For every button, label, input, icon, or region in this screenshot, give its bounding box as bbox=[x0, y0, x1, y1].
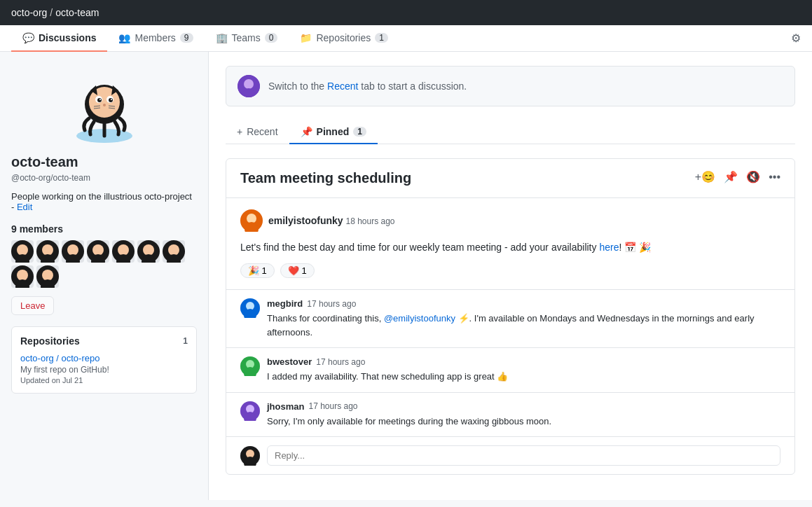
pinned-tab-label: Pinned bbox=[317, 126, 350, 137]
pinned-count: 1 bbox=[353, 127, 366, 137]
repo-description: My first repo on GitHub! bbox=[20, 365, 188, 375]
teams-label: Teams bbox=[232, 32, 261, 43]
svg-point-6 bbox=[109, 98, 113, 102]
comment-2: bwestover 17 hours ago I added my availa… bbox=[226, 347, 794, 392]
nav-tabs-bar: 💬 Discussions 👥 Members 9 🏢 Teams 0 📁 Re… bbox=[0, 25, 812, 52]
comment-3-avatar bbox=[240, 401, 260, 421]
settings-icon[interactable]: ⚙ bbox=[791, 32, 801, 45]
reply-avatar bbox=[240, 446, 260, 466]
member-avatar[interactable] bbox=[163, 240, 185, 263]
comment-2-time: 17 hours ago bbox=[316, 357, 365, 367]
member-avatar[interactable] bbox=[11, 265, 34, 288]
member-avatar[interactable] bbox=[137, 240, 160, 263]
member-avatar[interactable] bbox=[62, 240, 84, 263]
comment-3-body: jhosman 17 hours ago Sorry, I'm only ava… bbox=[267, 401, 780, 429]
comment-2-author: bwestover bbox=[267, 356, 312, 367]
svg-point-23 bbox=[67, 244, 78, 256]
pin-action-button[interactable]: 📌 bbox=[724, 170, 738, 183]
member-avatar[interactable] bbox=[87, 240, 109, 263]
teams-icon: 🏢 bbox=[216, 32, 228, 43]
nav-right: ⚙ bbox=[791, 32, 801, 45]
tab-discussions[interactable]: 💬 Discussions bbox=[11, 25, 107, 52]
discussion-body: emilyistoofunky 18 hours ago Let's find … bbox=[226, 198, 794, 289]
tab-teams[interactable]: 🏢 Teams 0 bbox=[205, 25, 289, 52]
banner-text: Switch to the Recent tab to start a disc… bbox=[268, 81, 467, 92]
sidebar: octo-team @octo-org/octo-team People wor… bbox=[0, 52, 209, 500]
edit-link[interactable]: Edit bbox=[17, 202, 32, 212]
tab-members[interactable]: 👥 Members 9 bbox=[107, 25, 204, 52]
svg-point-20 bbox=[42, 244, 53, 256]
repos-count-badge: 1 bbox=[183, 336, 188, 346]
post-author-avatar bbox=[240, 209, 263, 232]
repositories-label: Repositories bbox=[316, 32, 371, 43]
more-action-button[interactable]: ••• bbox=[769, 171, 780, 183]
comment-row: megbird 17 hours ago Thanks for coordina… bbox=[240, 298, 780, 339]
discussions-icon: 💬 bbox=[22, 32, 34, 43]
svg-point-29 bbox=[118, 244, 129, 256]
repositories-icon: 📁 bbox=[300, 32, 312, 43]
discussion-header: Team meeting scheduling +😊 📌 🔇 ••• bbox=[226, 159, 794, 198]
breadcrumb-sep: / bbox=[50, 7, 53, 18]
page-layout: octo-team @octo-org/octo-team People wor… bbox=[0, 52, 812, 500]
team-description: People working on the illustrious octo-p… bbox=[11, 191, 197, 212]
comment-3-author: jhosman bbox=[267, 401, 304, 412]
comment-2-text: I added my availability. That new schedu… bbox=[267, 370, 780, 384]
member-avatars bbox=[11, 240, 197, 288]
comment-3-time: 17 hours ago bbox=[308, 401, 357, 411]
tab-pinned[interactable]: 📌 Pinned 1 bbox=[289, 120, 378, 144]
reaction-heart[interactable]: ❤️ 1 bbox=[280, 263, 315, 278]
svg-point-38 bbox=[17, 270, 28, 281]
svg-point-44 bbox=[244, 79, 254, 89]
discussion-card: Team meeting scheduling +😊 📌 🔇 ••• emily… bbox=[226, 158, 795, 475]
member-avatar[interactable] bbox=[112, 240, 135, 263]
member-avatar[interactable] bbox=[11, 240, 34, 263]
tab-repositories[interactable]: 📁 Repositories 1 bbox=[289, 25, 399, 52]
reply-input[interactable] bbox=[267, 445, 780, 466]
teams-count: 0 bbox=[265, 33, 278, 43]
repos-title: Repositories bbox=[20, 335, 80, 347]
team-link[interactable]: octo-team bbox=[55, 7, 99, 18]
comment-1-time: 17 hours ago bbox=[307, 299, 356, 309]
breadcrumb: octo-org / octo-team bbox=[11, 7, 99, 18]
members-title: 9 members bbox=[11, 223, 197, 235]
banner-avatar bbox=[238, 75, 260, 97]
comment-1: megbird 17 hours ago Thanks for coordina… bbox=[226, 289, 794, 347]
comment-row: jhosman 17 hours ago Sorry, I'm only ava… bbox=[240, 401, 780, 429]
discussions-label: Discussions bbox=[39, 32, 96, 43]
comment-1-body: megbird 17 hours ago Thanks for coordina… bbox=[267, 298, 780, 339]
svg-point-35 bbox=[168, 244, 179, 256]
members-section: 9 members bbox=[11, 223, 197, 315]
main-content: Switch to the Recent tab to start a disc… bbox=[209, 52, 812, 500]
post-author-name: emilyistoofunky bbox=[268, 215, 343, 226]
svg-point-41 bbox=[42, 270, 53, 281]
members-count: 9 bbox=[180, 33, 193, 43]
comment-1-author: megbird bbox=[267, 298, 303, 309]
repos-section: Repositories 1 octo-org / octo-repo My f… bbox=[11, 326, 197, 394]
svg-point-7 bbox=[99, 99, 101, 100]
repos-count: 1 bbox=[375, 33, 388, 43]
info-banner: Switch to the Recent tab to start a disc… bbox=[226, 66, 795, 106]
availability-link[interactable]: here bbox=[599, 242, 619, 253]
reaction-tada[interactable]: 🎉 1 bbox=[240, 263, 275, 278]
org-link[interactable]: octo-org bbox=[11, 7, 47, 18]
svg-point-9 bbox=[103, 104, 106, 106]
recent-link[interactable]: Recent bbox=[327, 81, 358, 92]
repos-header: Repositories 1 bbox=[20, 335, 188, 347]
discussion-actions: +😊 📌 🔇 ••• bbox=[695, 170, 780, 183]
svg-point-5 bbox=[97, 98, 102, 102]
member-avatar[interactable] bbox=[36, 240, 59, 263]
team-name: octo-team bbox=[11, 154, 197, 170]
tab-recent[interactable]: + Recent bbox=[226, 120, 289, 144]
repo-link[interactable]: octo-org / octo-repo bbox=[20, 353, 99, 363]
mute-action-button[interactable]: 🔇 bbox=[746, 170, 760, 183]
reply-area bbox=[226, 436, 794, 474]
leave-button[interactable]: Leave bbox=[11, 296, 54, 315]
members-label: Members bbox=[135, 32, 175, 43]
post-content: Let's find the best day and time for our… bbox=[240, 240, 780, 255]
post-author-row: emilyistoofunky 18 hours ago bbox=[240, 209, 780, 232]
svg-point-32 bbox=[143, 244, 154, 256]
member-avatar[interactable] bbox=[36, 265, 59, 288]
pin-icon: 📌 bbox=[301, 126, 312, 137]
plus-icon: + bbox=[237, 126, 242, 137]
emoji-action-button[interactable]: +😊 bbox=[695, 170, 715, 183]
